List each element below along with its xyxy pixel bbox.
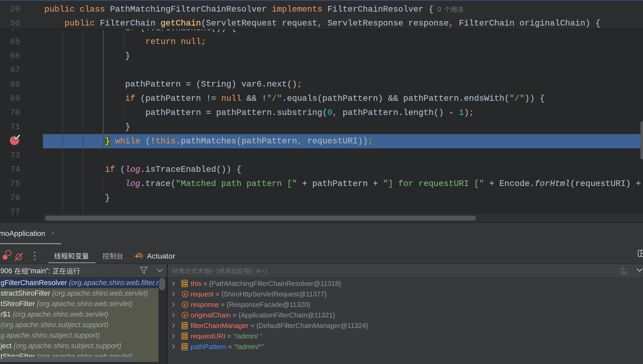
svg-text:p: p — [184, 292, 186, 296]
svg-text:p: p — [184, 302, 186, 307]
svg-text:p: p — [184, 313, 186, 317]
